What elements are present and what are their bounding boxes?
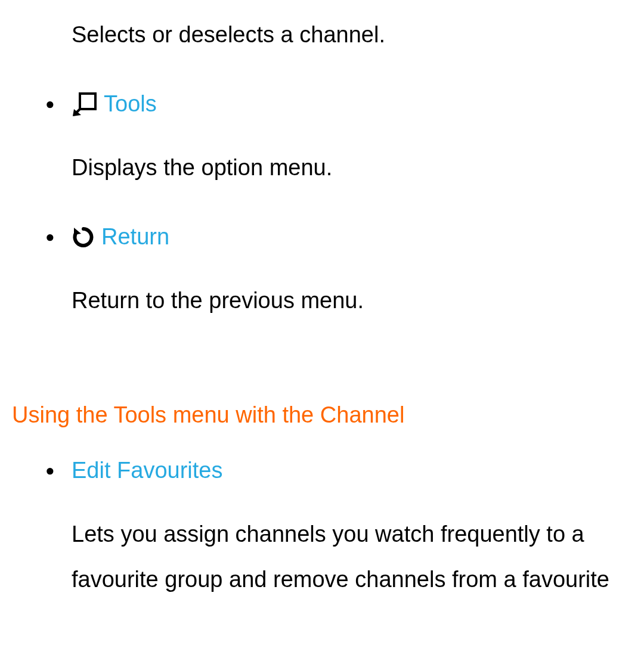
tools-description: Displays the option menu. [12, 145, 632, 190]
intro-description: Selects or deselects a channel. [12, 12, 632, 57]
list-item-edit-favourites: Edit Favourites [12, 454, 632, 488]
list-item-header: Edit Favourites [72, 454, 632, 488]
edit-favourites-description: Lets you assign channels you watch frequ… [12, 511, 632, 602]
list-item-header: Tools [72, 87, 632, 121]
remote-buttons-list: Tools [12, 87, 632, 121]
tools-label: Tools [104, 87, 157, 121]
remote-buttons-list-2: Return [12, 220, 632, 254]
section-heading: Using the Tools menu with the Channel [12, 401, 632, 430]
list-item-return: Return [12, 220, 632, 254]
list-item-tools: Tools [12, 87, 632, 121]
return-label: Return [101, 220, 169, 254]
return-description: Return to the previous menu. [12, 278, 632, 323]
tools-icon [72, 91, 98, 117]
return-icon [72, 225, 95, 249]
list-item-header: Return [72, 220, 632, 254]
edit-favourites-label: Edit Favourites [72, 454, 222, 488]
section-list: Edit Favourites [12, 454, 632, 488]
